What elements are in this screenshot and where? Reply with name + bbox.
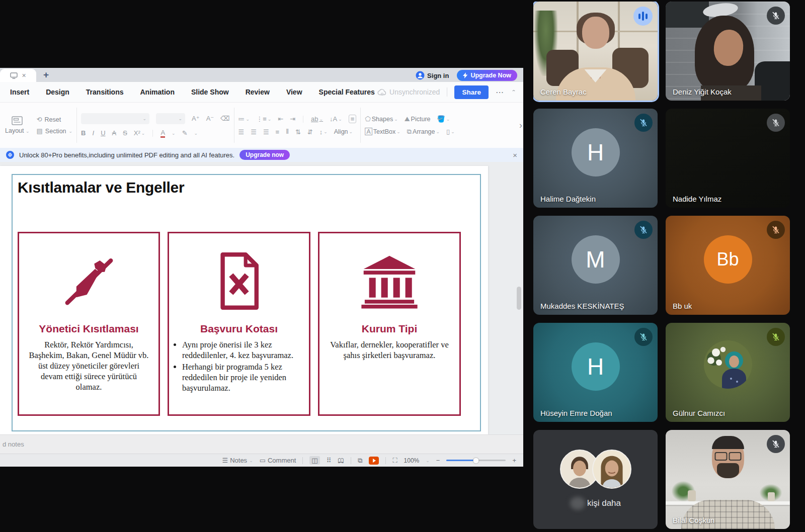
zoom-slider[interactable] — [446, 460, 506, 461]
sign-in-label: Sign in — [427, 72, 449, 79]
underline-button[interactable]: U — [101, 129, 105, 137]
menu-item-slide-show[interactable]: Slide Show — [191, 88, 229, 96]
share-button[interactable]: Share — [454, 85, 489, 99]
align-objects-button[interactable]: Align ⌄ — [334, 128, 353, 135]
shapes-button[interactable]: ⬠ Shapes ⌄ — [365, 115, 397, 123]
chevron-down-icon: ⌄ — [69, 129, 73, 134]
line-spacing-button[interactable]: ↕ ⌄ — [319, 128, 328, 136]
increase-indent-button[interactable]: ⇥ — [290, 115, 295, 123]
participant-tile-5[interactable]: MMukaddes KESKİNATEŞ — [533, 216, 658, 315]
slide-box-1[interactable]: Yönetici KısıtlamasıRektör, Rektör Yardı… — [18, 232, 160, 416]
font-color-button[interactable]: A — [160, 129, 165, 138]
decrease-font-button[interactable]: A⁻ — [206, 115, 214, 122]
fit-slide-button[interactable]: ⛶ — [392, 457, 397, 465]
slide-sorter-view-button[interactable]: ⠿ — [327, 457, 332, 464]
fill-color-button[interactable]: 🪣⌄ — [437, 115, 450, 123]
banner-close-icon[interactable]: × — [513, 151, 517, 159]
notes-panel[interactable]: d notes — [0, 434, 523, 454]
promo-banner: Unlock 80+Pro benefits,including unlimit… — [0, 148, 523, 162]
increase-font-button[interactable]: A⁺ — [192, 115, 200, 122]
menu-item-design[interactable]: Design — [46, 88, 69, 96]
align-right-button[interactable]: ☰ — [263, 128, 269, 136]
present-from-start-button[interactable]: ⧉ — [358, 457, 362, 465]
numbered-list-button[interactable]: ⋮≡ ⌄ — [256, 115, 271, 123]
chevron-down-icon: ⌄ — [172, 131, 176, 136]
menu-item-review[interactable]: Review — [246, 88, 270, 96]
participant-tile-10[interactable]: Bilal Coşkun — [666, 430, 790, 529]
monitor-icon — [10, 72, 18, 79]
notes-toggle-button[interactable]: ☰ Notes ⌄ — [222, 457, 253, 464]
highlight-button[interactable]: ✎ — [182, 129, 188, 137]
document-area: Kısıtlamalar ve Engeller Yönetici Kısıtl… — [0, 162, 523, 434]
banner-upgrade-button[interactable]: Upgrade now — [239, 150, 290, 160]
menu-item-animation[interactable]: Animation — [140, 88, 175, 96]
menu-item-transitions[interactable]: Transitions — [86, 88, 124, 96]
font-size-select[interactable]: ⌄ — [156, 113, 185, 124]
slide-page[interactable]: Kısıtlamalar ve Engeller Yönetici Kısıtl… — [0, 166, 488, 434]
participant-tile-2[interactable]: Deniz Yiğit Koçak — [666, 2, 790, 101]
bullet-list-button[interactable]: ≔ ⌄ — [238, 115, 250, 123]
document-tab[interactable]: × — [0, 69, 36, 82]
para-spacing-button[interactable]: ⇵ — [307, 128, 313, 136]
participant-tile-1[interactable]: Ceren Bayrac — [533, 2, 658, 101]
arrange-button[interactable]: ⧉ Arrange ⌄ — [407, 128, 440, 136]
bold-button[interactable]: B — [81, 129, 86, 137]
textbox-button[interactable]: 🄰 TextBox ⌄ — [365, 128, 400, 136]
more-options-icon[interactable]: ⋯ — [496, 87, 504, 97]
menu-item-special-features[interactable]: Special Features — [319, 88, 375, 96]
participant-count-blur — [570, 497, 585, 510]
reading-view-button[interactable]: 🕮 — [338, 457, 344, 464]
avatar: H — [572, 342, 620, 391]
reset-button[interactable]: ⟲Reset — [37, 116, 73, 123]
chevron-down-icon[interactable]: ⌄ — [426, 458, 430, 463]
font-name-select[interactable]: ⌄ — [81, 113, 149, 124]
text-fit-button[interactable]: ≡ — [349, 115, 357, 123]
slide-box-3[interactable]: Kurum TipiVakıflar, dernekler, kooperati… — [318, 232, 461, 416]
comment-button[interactable]: ▭ Comment — [260, 457, 296, 464]
strikethrough-button[interactable]: S — [123, 129, 127, 137]
participant-tile-9[interactable]: kişi daha — [533, 430, 658, 529]
menu-item-view[interactable]: View — [286, 88, 302, 96]
upgrade-now-button[interactable]: Upgrade Now — [457, 70, 517, 81]
superscript-button[interactable]: X² ⌄ — [134, 129, 145, 137]
section-button[interactable]: ▤Section ⌄ — [37, 127, 73, 135]
box-body: Vakıflar, dernekler, kooperatifler ve şa… — [319, 340, 459, 361]
participant-tile-4[interactable]: Nadide Yılmaz — [666, 109, 790, 208]
line-spacing-up-button[interactable]: ⇅ — [295, 128, 301, 136]
layout-button[interactable]: Layout ⌄ — [3, 106, 32, 145]
align-center-button[interactable]: ☰ — [251, 128, 257, 136]
slideshow-play-button[interactable] — [369, 457, 379, 465]
zoom-out-button[interactable]: − — [436, 457, 440, 464]
slide-box-2[interactable]: Başvuru KotasıAynı proje önerisi ile 3 k… — [168, 232, 310, 416]
justify-button[interactable]: ≡ — [276, 128, 280, 136]
clear-format-icon[interactable]: ⌫ — [220, 115, 229, 122]
close-tab-icon[interactable]: × — [22, 72, 26, 79]
align-left-button[interactable]: ☰ — [238, 128, 245, 136]
participant-tile-8[interactable]: Gülnur Camızcı — [666, 323, 790, 422]
italic-button[interactable]: I — [93, 129, 95, 137]
participant-name: Bb uk — [673, 302, 692, 310]
collapse-ribbon-icon[interactable]: ⌃ — [511, 89, 516, 95]
char-spacing-button[interactable]: A — [112, 129, 117, 137]
premium-gem-icon — [6, 151, 14, 159]
menu-item-insert[interactable]: Insert — [10, 88, 29, 96]
frame-button[interactable]: ▯⌄ — [446, 128, 455, 135]
participant-tile-3[interactable]: HHalime Dağtekin — [533, 109, 658, 208]
vertical-scrollbar[interactable] — [517, 287, 521, 310]
normal-view-button[interactable]: ◫ — [309, 456, 319, 465]
char-border-button[interactable]: ab ⌄ — [311, 115, 323, 123]
ribbon-expand-button[interactable]: › — [519, 120, 522, 131]
new-tab-button[interactable]: + — [43, 69, 49, 80]
participant-tile-7[interactable]: HHüseyin Emre Doğan — [533, 323, 658, 422]
decrease-indent-button[interactable]: ⇤ — [278, 115, 283, 123]
text-direction-button[interactable]: ↓A ⌄ — [330, 115, 342, 123]
zoom-slider-knob[interactable] — [473, 458, 479, 463]
distribute-button[interactable]: ⦀ — [286, 128, 289, 136]
participant-tile-6[interactable]: BbBb uk — [666, 216, 790, 315]
zoom-in-button[interactable]: + — [512, 457, 516, 464]
picture-button[interactable]: ⛰ Picture — [405, 115, 431, 123]
menu-bar: InsertDesignTransitionsAnimationSlide Sh… — [0, 82, 523, 103]
screen: × + Sign in Upgrade Now InsertDesignTran… — [0, 0, 805, 532]
slide-title[interactable]: Kısıtlamalar ve Engeller — [18, 179, 184, 196]
sign-in-button[interactable]: Sign in — [416, 71, 449, 80]
